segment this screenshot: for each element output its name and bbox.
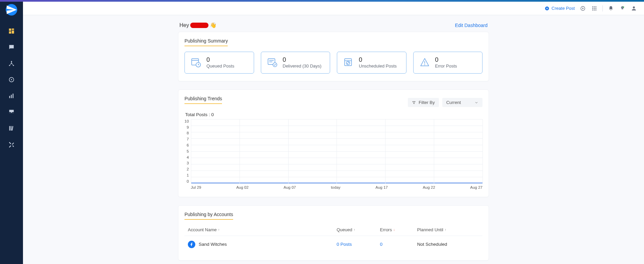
create-post-button[interactable]: Create Post — [545, 6, 575, 11]
sidebar-item-target[interactable] — [5, 73, 18, 86]
y-tick: 5 — [187, 149, 189, 153]
sort-asc-icon: ↑ — [445, 228, 446, 232]
calendar-block-icon — [343, 57, 354, 68]
y-tick: 6 — [187, 143, 189, 147]
col-account-name[interactable]: Account Name ↑ — [188, 227, 337, 232]
grid-icon — [592, 6, 597, 11]
accounts-table-header: Account Name ↑ Queued ↑ Errors ↓ Plann — [184, 225, 482, 236]
col-errors[interactable]: Errors ↓ — [380, 227, 417, 232]
svg-point-26 — [623, 6, 624, 8]
col-account-name-label: Account Name — [188, 227, 217, 232]
svg-rect-24 — [594, 9, 595, 10]
y-tick: 9 — [187, 125, 189, 129]
chart-plot-area: Jul 29Aug 02Aug 07todayAug 17Aug 22Aug 2… — [191, 119, 482, 189]
top-header: Create Post — [23, 2, 644, 15]
play-button[interactable] — [579, 5, 586, 12]
svg-point-40 — [424, 64, 425, 65]
app-logo[interactable] — [6, 4, 17, 16]
errors-label: Error Posts — [435, 63, 457, 69]
delivered-value: 0 — [283, 57, 322, 63]
greeting-prefix: Hey — [179, 22, 189, 28]
y-tick: 0 — [187, 179, 189, 183]
errors-cell[interactable]: 0 — [380, 242, 417, 247]
svg-rect-19 — [595, 6, 596, 7]
queued-value: 0 — [206, 57, 234, 63]
publishing-summary-title: Publishing Summary — [184, 38, 228, 46]
inbox-icon — [8, 109, 15, 115]
trends-header-row: Publishing Trends Filter By Current — [184, 96, 482, 109]
create-post-label: Create Post — [551, 6, 575, 11]
sidebar-item-inbox[interactable] — [5, 105, 18, 119]
publishing-summary-card: Publishing Summary 0 Queued Posts — [178, 32, 489, 81]
svg-rect-21 — [594, 8, 595, 9]
svg-rect-22 — [595, 8, 596, 9]
publishing-trends-title: Publishing Trends — [184, 96, 222, 104]
apps-button[interactable] — [591, 5, 598, 12]
plus-circle-icon — [545, 6, 549, 11]
sidebar-item-messages[interactable] — [5, 41, 18, 54]
rocket-icon — [620, 6, 625, 11]
rocket-button[interactable] — [619, 5, 626, 12]
queued-cell[interactable]: 0 Posts — [337, 242, 380, 247]
target-icon — [8, 76, 15, 83]
col-queued[interactable]: Queued ↑ — [337, 227, 380, 232]
delivered-label: Delivered (30 Days) — [283, 63, 322, 69]
svg-rect-13 — [11, 126, 12, 130]
svg-rect-18 — [594, 6, 595, 7]
greeting-text: Hey 👋 — [179, 22, 217, 28]
svg-rect-10 — [11, 95, 12, 98]
calendar-clock-icon — [190, 57, 202, 68]
svg-rect-3 — [9, 31, 11, 34]
svg-point-8 — [11, 79, 12, 80]
summary-card-queued[interactable]: 0 Queued Posts — [184, 52, 254, 74]
notifications-button[interactable] — [608, 5, 614, 12]
svg-rect-23 — [592, 9, 593, 10]
summary-card-errors[interactable]: 0 Error Posts — [413, 52, 483, 74]
content-scroll[interactable]: Hey 👋 Edit Dashboard Publishing Summary — [23, 15, 644, 264]
account-name: Sand Witches — [199, 242, 227, 247]
y-tick: 7 — [187, 137, 189, 141]
wave-emoji: 👋 — [210, 22, 217, 28]
sort-asc-icon: ↑ — [353, 228, 355, 232]
summary-cards-row: 0 Queued Posts 0 Delivered (30 Days) — [184, 52, 482, 74]
profile-button[interactable] — [630, 5, 637, 12]
total-posts-label: Total Posts : 0 — [185, 112, 482, 117]
y-tick: 4 — [187, 155, 189, 159]
bell-icon — [608, 6, 614, 11]
svg-rect-20 — [592, 8, 593, 9]
col-planned[interactable]: Planned Until ↑ — [417, 227, 479, 232]
table-row[interactable]: Sand Witches 0 Posts 0 Not Scheduled — [184, 236, 482, 253]
summary-card-unscheduled[interactable]: 0 Unscheduled Posts — [337, 52, 406, 74]
svg-rect-17 — [592, 6, 593, 7]
greeting-row: Hey 👋 Edit Dashboard — [179, 22, 488, 28]
summary-card-delivered[interactable]: 0 Delivered (30 Days) — [261, 52, 330, 74]
queued-label: Queued Posts — [206, 63, 234, 69]
bar-chart-icon — [8, 93, 15, 99]
x-tick: Aug 02 — [236, 185, 248, 189]
publishing-trends-card: Publishing Trends Filter By Current — [178, 89, 489, 197]
trends-chart: 109876543210 Jul 29Aug 02Aug 07todayAug … — [184, 119, 482, 189]
filter-by-button[interactable]: Filter By — [408, 98, 439, 107]
warning-icon — [419, 57, 430, 68]
y-tick: 2 — [187, 167, 189, 171]
sidebar-item-dashboard[interactable] — [5, 24, 18, 38]
x-tick: Aug 27 — [470, 185, 482, 189]
chart-y-axis: 109876543210 — [184, 119, 191, 183]
paper-plane-icon — [6, 4, 17, 16]
x-tick: Aug 07 — [283, 185, 296, 189]
sort-desc-icon: ↓ — [393, 228, 395, 232]
account-cell: Sand Witches — [188, 241, 337, 248]
sidebar-item-settings[interactable] — [5, 138, 18, 151]
sidebar-item-library[interactable] — [5, 122, 18, 135]
header-separator — [602, 5, 603, 11]
edit-dashboard-link[interactable]: Edit Dashboard — [455, 23, 488, 28]
publishing-accounts-card: Publishing by Accounts Account Name ↑ Qu… — [178, 205, 489, 261]
range-select[interactable]: Current — [442, 98, 482, 107]
range-selected-label: Current — [446, 100, 461, 105]
svg-rect-9 — [9, 96, 10, 98]
sidebar-item-connect[interactable] — [5, 57, 18, 70]
sidebar — [0, 0, 23, 264]
sidebar-item-analytics[interactable] — [5, 89, 18, 103]
top-gradient-bar — [0, 0, 644, 2]
col-errors-label: Errors — [380, 227, 392, 232]
